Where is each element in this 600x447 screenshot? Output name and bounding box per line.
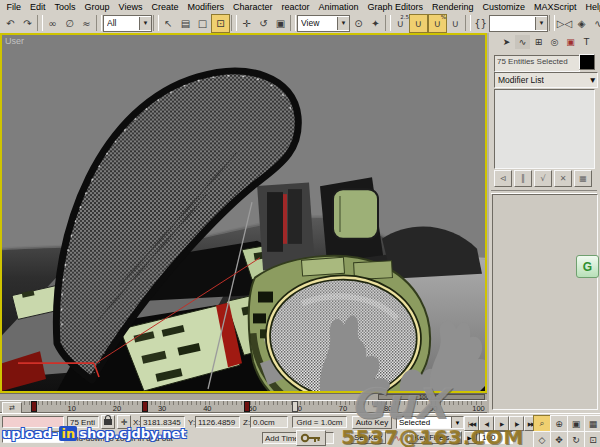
selection-name-field[interactable]: 75 Entities Selected	[494, 55, 580, 72]
angle-snap-icon[interactable]: ∪	[409, 14, 428, 33]
keyframe-marker[interactable]	[142, 401, 148, 412]
rectangular-selection-region-icon[interactable]: □	[194, 15, 211, 32]
track-bar[interactable]: ⇄ 102030405060708090100	[0, 400, 487, 413]
redo-icon[interactable]: ↷	[19, 15, 36, 32]
menu-reactor[interactable]: reactor	[277, 2, 314, 12]
select-and-scale-icon[interactable]: ▣	[272, 15, 289, 32]
align-icon[interactable]: ◈	[573, 15, 590, 32]
chevron-down-icon[interactable]: ▼	[451, 417, 463, 428]
select-and-rotate-icon[interactable]: ↺	[255, 15, 272, 32]
make-unique-button[interactable]: √	[534, 170, 552, 187]
mirror-icon[interactable]: ▷◁	[556, 15, 573, 32]
keyframe-marker-hollow[interactable]	[292, 401, 298, 412]
chevron-down-icon[interactable]: ▼	[535, 17, 547, 30]
set-key-button[interactable]: Set Key	[350, 431, 386, 444]
sep7	[465, 15, 471, 31]
min-max-toggle-button[interactable]: ⊡	[584, 431, 600, 447]
keyframe-marker[interactable]	[244, 401, 250, 412]
snap-toggle-icon-label: 2.5	[400, 14, 409, 20]
menu-tools[interactable]: Tools	[50, 2, 80, 12]
trackbar-frame-label: 90	[429, 404, 437, 413]
default-tangent-icon[interactable]: ∿	[390, 432, 405, 444]
chevron-down-icon[interactable]: ▼	[589, 75, 597, 85]
selection-filter-dropdown[interactable]: All▼	[103, 15, 152, 32]
object-color-swatch[interactable]	[579, 54, 595, 70]
select-and-move-icon[interactable]: ✛	[238, 15, 255, 32]
menu-create[interactable]: Create	[147, 2, 183, 12]
menu-maxscript[interactable]: MAXScript	[530, 2, 582, 12]
select-and-link-icon[interactable]: ∞	[44, 15, 61, 32]
spinner-snap-icon[interactable]: ∪	[447, 15, 464, 32]
configure-modifier-sets-button[interactable]: ▦	[574, 170, 592, 187]
arc-rotate-button[interactable]: ↻	[567, 431, 585, 447]
go-to-start-button[interactable]: |◀◀	[464, 416, 479, 431]
keyframe-marker[interactable]	[31, 401, 37, 412]
unlink-selection-icon[interactable]: ∅	[61, 15, 78, 32]
zoom-extents-all-button[interactable]: ▦	[584, 415, 600, 432]
pin-stack-button[interactable]: ⊲	[494, 170, 512, 187]
edit-named-selections-icon[interactable]: {}	[472, 15, 489, 32]
modifier-stack-list[interactable]	[494, 89, 595, 169]
menu-file[interactable]: File	[2, 2, 26, 12]
tab-hierarchy[interactable]: ⊞	[531, 35, 546, 49]
select-and-manipulate-icon[interactable]: ✦	[367, 15, 384, 32]
snap-toggle-icon[interactable]: ∪2.5	[392, 15, 409, 32]
z-coordinate-field[interactable]: 0.0cm	[250, 416, 288, 428]
play-button[interactable]: ▶	[494, 416, 509, 431]
select-by-name-icon[interactable]: ▤	[177, 15, 194, 32]
menu-views[interactable]: Views	[114, 2, 147, 12]
sep6	[385, 15, 391, 31]
menu-group[interactable]: Group	[80, 2, 114, 12]
next-frame-button[interactable]: |▶	[509, 416, 524, 431]
chevron-down-icon[interactable]: ▼	[139, 17, 151, 30]
show-end-result-button[interactable]: ‖	[514, 170, 532, 187]
tab-display[interactable]: ▣	[563, 35, 578, 49]
menu-rendering[interactable]: Rendering	[428, 2, 479, 12]
tab-utilities[interactable]: T	[579, 35, 594, 49]
menu-graph-editors[interactable]: Graph Editors	[363, 2, 428, 12]
named-selection-dropdown[interactable]: ▼	[489, 15, 548, 32]
menu-modifiers[interactable]: Modifiers	[183, 2, 229, 12]
current-frame-field[interactable]: 100	[479, 431, 513, 444]
key-mode-toggle[interactable]: ▶|	[464, 431, 477, 444]
pan-button[interactable]: ✥	[550, 431, 568, 447]
menu-bar: FileEditToolsGroupViewsCreateModifiersCh…	[0, 0, 600, 13]
sep1	[37, 15, 43, 31]
selection-filter-dropdown-value: All	[107, 18, 139, 28]
lock-icon	[104, 419, 112, 425]
previous-frame-button[interactable]: ◀|	[479, 416, 494, 431]
y-coordinate-field[interactable]: 1126.4859	[195, 416, 240, 428]
percent-snap-icon[interactable]: ∪%	[428, 14, 447, 33]
menu-customize[interactable]: Customize	[478, 2, 530, 12]
field-of-view-button[interactable]: ◇	[533, 431, 551, 447]
viewport-label[interactable]: User	[5, 36, 24, 46]
tab-motion[interactable]: ◎	[547, 35, 562, 49]
use-pivot-center-icon[interactable]: ⊙	[350, 15, 367, 32]
modifier-list-dropdown[interactable]: Modifier List ▼	[494, 72, 598, 88]
viewport-user[interactable]: User	[0, 33, 487, 393]
select-object-icon[interactable]: ↖	[160, 15, 177, 32]
curve-editor-icon[interactable]: ∿	[590, 15, 600, 32]
remove-modifier-button[interactable]: ✕	[554, 170, 572, 187]
zoom-button[interactable]: ⌕	[533, 415, 551, 432]
chevron-down-icon[interactable]: ▼	[337, 17, 349, 30]
set-keys-button[interactable]	[296, 430, 326, 446]
auto-key-button[interactable]: Auto Key	[352, 416, 392, 429]
undo-icon[interactable]: ↶	[2, 15, 19, 32]
trackbar-frame-label: 10	[68, 404, 76, 413]
viewport-canvas[interactable]	[2, 35, 485, 391]
selection-set-dropdown[interactable]: Selected ▼	[396, 416, 464, 429]
tab-create[interactable]: ➤	[499, 35, 514, 49]
menu-help[interactable]: Help	[581, 2, 600, 12]
zoom-all-button[interactable]: ⊕	[550, 415, 568, 432]
window-crossing-toggle-icon[interactable]: ⊡	[211, 14, 230, 33]
key-filters-button[interactable]: Key Filters...	[408, 431, 462, 444]
menu-character[interactable]: Character	[228, 2, 277, 12]
menu-animation[interactable]: Animation	[314, 2, 363, 12]
menu-edit[interactable]: Edit	[26, 2, 51, 12]
tab-modify[interactable]: ∿	[515, 35, 530, 49]
bind-to-space-warp-icon[interactable]: ≈	[78, 15, 95, 32]
reference-coordinate-dropdown[interactable]: View▼	[297, 15, 350, 32]
zoom-extents-button[interactable]: ▣	[567, 415, 585, 432]
rollout-area[interactable]	[492, 194, 598, 410]
